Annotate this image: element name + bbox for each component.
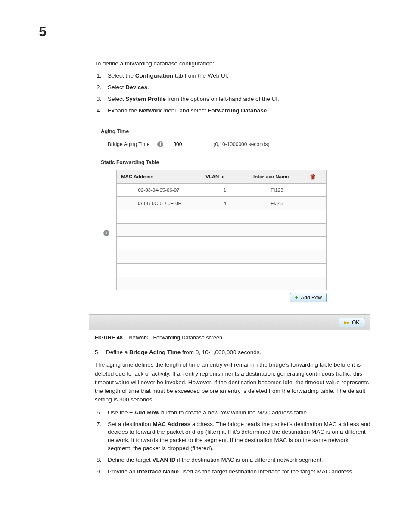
static-forwarding-table-group: Static Forwarding Table i MAC Address VL…: [101, 159, 372, 308]
step-item: 7. Set a destination MAC Address address…: [97, 420, 372, 453]
table-row[interactable]: [117, 277, 327, 290]
cell-mac[interactable]: [117, 210, 201, 223]
cell-delete[interactable]: [305, 250, 327, 263]
step-item: 1. Select the Configuration tab from the…: [97, 72, 372, 80]
cell-vlan[interactable]: [201, 250, 249, 263]
step-text: Select Devices.: [108, 84, 372, 92]
cell-vlan[interactable]: 1: [201, 183, 249, 196]
bridge-aging-time-input[interactable]: [171, 140, 206, 149]
aging-label: Bridge Aging Time: [108, 141, 149, 147]
cell-delete[interactable]: [305, 277, 327, 290]
cell-interface[interactable]: [249, 223, 305, 236]
cell-mac[interactable]: 0A-0B-0C-0D-0E-0F: [117, 196, 201, 210]
fast-forward-icon: ▸▸: [344, 320, 349, 325]
cell-vlan[interactable]: 4: [201, 196, 249, 210]
cell-interface[interactable]: [249, 210, 305, 223]
step-number: 3.: [97, 95, 108, 103]
step-number: 7.: [97, 420, 108, 453]
col-header-delete[interactable]: 🗑: [305, 170, 327, 183]
cell-mac[interactable]: [117, 236, 201, 250]
steps-list-2: 6. Use the + Add Row button to create a …: [95, 409, 372, 476]
cell-vlan[interactable]: [201, 263, 249, 277]
cell-delete[interactable]: [305, 236, 327, 250]
panel-footer: ▸▸ OK: [89, 314, 370, 330]
step-number: 9.: [97, 468, 108, 476]
info-icon[interactable]: i: [157, 141, 163, 147]
step-item: 5. Define a Bridge Aging Time from 0, 10…: [95, 348, 372, 357]
col-header-vlan[interactable]: VLAN Id: [201, 170, 249, 183]
cell-mac[interactable]: [117, 277, 201, 290]
cell-vlan[interactable]: [201, 277, 249, 290]
step-text: Set a destination MAC Address address. T…: [108, 420, 372, 453]
step-text: Use the + Add Row button to create a new…: [108, 409, 372, 417]
aging-legend: Aging Time: [101, 128, 131, 134]
aging-time-group: Aging Time Bridge Aging Time i (0,10-100…: [101, 128, 372, 153]
aging-explanation: The aging time defines the length of tim…: [95, 361, 372, 404]
cell-interface[interactable]: FI123: [249, 183, 305, 196]
col-header-interface[interactable]: Interface Name: [249, 170, 305, 183]
forwarding-database-panel: Aging Time Bridge Aging Time i (0,10-100…: [95, 123, 372, 330]
step-text: Select the Configuration tab from the We…: [108, 72, 372, 80]
steps-list-1: 1. Select the Configuration tab from the…: [95, 72, 372, 115]
cell-interface[interactable]: [249, 277, 305, 290]
step-number: 4.: [97, 107, 108, 115]
add-row-button[interactable]: + Add Row: [290, 293, 327, 302]
step-item: 2. Select Devices.: [97, 84, 372, 92]
col-header-mac[interactable]: MAC Address: [117, 170, 201, 183]
step-number: 2.: [97, 84, 108, 92]
step-text: Select System Profile from the options o…: [108, 95, 372, 103]
step-item: 4. Expand the Network menu and select Fo…: [97, 107, 372, 115]
ok-button[interactable]: ▸▸ OK: [339, 318, 365, 327]
cell-delete[interactable]: [305, 263, 327, 277]
step-text: Define the target VLAN ID if the destina…: [108, 456, 372, 464]
cell-interface[interactable]: [249, 236, 305, 250]
add-row-label: Add Row: [301, 295, 322, 301]
step-item: 3. Select System Profile from the option…: [97, 95, 372, 103]
table-row[interactable]: [117, 236, 327, 250]
step-text: Define a Bridge Aging Time from 0, 10-1,…: [106, 348, 372, 357]
table-row[interactable]: [117, 223, 327, 236]
step-item: 8. Define the target VLAN ID if the dest…: [97, 456, 372, 464]
trash-icon: 🗑: [310, 173, 316, 180]
cell-delete[interactable]: [305, 183, 327, 196]
cell-delete[interactable]: [305, 210, 327, 223]
cell-mac[interactable]: 02-03-04-05-06-07: [117, 183, 201, 196]
plus-icon: +: [295, 295, 298, 301]
step-number: 6.: [97, 409, 108, 417]
step-number: 1.: [97, 72, 108, 80]
table-legend: Static Forwarding Table: [101, 159, 162, 165]
step-text: Provide an Interface Name used as the ta…: [108, 468, 372, 476]
table-row[interactable]: [117, 263, 327, 277]
table-row[interactable]: 02-03-04-05-06-071FI123: [117, 183, 327, 196]
cell-mac[interactable]: [117, 223, 201, 236]
intro-text: To define a forwarding database configur…: [95, 60, 372, 67]
figure-caption: FIGURE 48 Network - Forwarding Database …: [95, 335, 372, 341]
step-number: 8.: [97, 456, 108, 464]
info-icon[interactable]: i: [103, 230, 109, 236]
cell-interface[interactable]: [249, 250, 305, 263]
ok-label: OK: [352, 320, 360, 326]
cell-mac[interactable]: [117, 250, 201, 263]
cell-delete[interactable]: [305, 196, 327, 210]
cell-vlan[interactable]: [201, 210, 249, 223]
step-item: 6. Use the + Add Row button to create a …: [97, 409, 372, 417]
cell-vlan[interactable]: [201, 236, 249, 250]
step-number: 5.: [95, 348, 106, 357]
table-row[interactable]: [117, 210, 327, 223]
table-row[interactable]: [117, 250, 327, 263]
forwarding-table: MAC Address VLAN Id Interface Name 🗑 02-…: [116, 170, 327, 290]
cell-mac[interactable]: [117, 263, 201, 277]
table-row[interactable]: 0A-0B-0C-0D-0E-0F4FI345: [117, 196, 327, 210]
cell-interface[interactable]: FI345: [249, 196, 305, 210]
cell-interface[interactable]: [249, 263, 305, 277]
step-item: 9. Provide an Interface Name used as the…: [97, 468, 372, 476]
cell-vlan[interactable]: [201, 223, 249, 236]
chapter-number: 5: [39, 24, 47, 40]
cell-delete[interactable]: [305, 223, 327, 236]
step-text: Expand the Network menu and select Forwa…: [108, 107, 372, 115]
aging-hint: (0,10-1000000 seconds): [213, 141, 269, 147]
